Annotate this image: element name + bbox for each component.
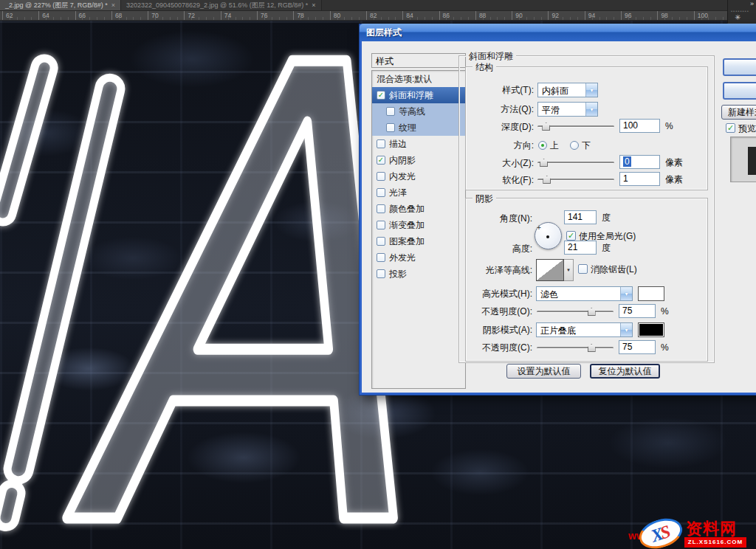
style-list-item[interactable]: 投影 (372, 266, 465, 282)
angle-label: 角度(N): (467, 211, 532, 226)
highlight-opacity-label: 不透明度(O): (467, 304, 532, 319)
direction-up-radio[interactable] (538, 141, 547, 150)
size-slider[interactable] (537, 157, 614, 168)
style-item-label: 渐变叠加 (389, 219, 425, 232)
highlight-opacity-slider[interactable] (537, 306, 614, 317)
unchecked-checkbox[interactable] (386, 123, 395, 132)
style-preview-thumbnail (730, 137, 756, 182)
shadow-opacity-input[interactable]: 75 (619, 340, 656, 354)
select-value: 平滑 (538, 103, 585, 116)
slider-thumb[interactable] (543, 176, 551, 184)
preview-checkbox[interactable]: ✓ (726, 123, 735, 133)
anti-alias-checkbox[interactable] (578, 264, 588, 274)
unchecked-checkbox[interactable] (377, 172, 385, 181)
shadow-color-swatch[interactable] (638, 322, 664, 337)
style-list-item[interactable]: 混合选项:默认 (372, 71, 465, 87)
style-list-item[interactable]: 内发光 (372, 168, 465, 184)
ruler-label: 96 (625, 12, 631, 19)
close-icon[interactable]: × (312, 1, 315, 9)
depth-input[interactable]: 100 (619, 119, 660, 133)
style-list-item[interactable]: ✓内阴影 (372, 152, 465, 168)
unchecked-checkbox[interactable] (386, 107, 395, 116)
ruler-label: 70 (151, 12, 158, 19)
style-item-label: 混合选项:默认 (377, 73, 432, 86)
altitude-label: 高度: (467, 241, 532, 256)
direction-down-label: 下 (582, 138, 591, 153)
altitude-input[interactable]: 21 (564, 241, 597, 255)
unchecked-checkbox[interactable] (377, 237, 385, 246)
use-global-light-checkbox[interactable]: ✓ (566, 231, 576, 241)
crosshair-cursor-icon: + (537, 224, 541, 232)
unchecked-checkbox[interactable] (377, 221, 385, 229)
chevron-down-icon[interactable]: ▼ (620, 287, 632, 300)
chevron-down-icon[interactable]: ▼ (620, 323, 632, 336)
highlight-opacity-input[interactable]: 75 (619, 304, 656, 318)
style-item-label: 颜色叠加 (389, 203, 425, 215)
style-item-label: 内发光 (389, 170, 416, 183)
bevel-style-select[interactable]: 内斜面 ▼ (537, 83, 598, 97)
style-item-label: 斜面和浮雕 (389, 89, 433, 102)
style-list-item[interactable]: 颜色叠加 (372, 201, 465, 217)
ruler-label: 74 (224, 12, 231, 19)
ruler-label: 92 (552, 12, 559, 19)
soften-input[interactable]: 1 (619, 172, 660, 186)
unchecked-checkbox[interactable] (377, 269, 385, 278)
highlight-color-swatch[interactable] (638, 286, 664, 301)
style-list-item[interactable]: 纹理 (372, 120, 465, 136)
document-tab[interactable]: 3202322_090450078629_2.jpg @ 51.6% (图层 1… (121, 0, 322, 10)
ok-button[interactable] (723, 58, 756, 76)
new-style-button[interactable]: 新建样式 (721, 105, 756, 120)
ruler-label: 62 (6, 12, 13, 19)
reference-point-icon[interactable]: ✳ (735, 13, 740, 21)
direction-down-radio[interactable] (570, 141, 579, 150)
style-list-item[interactable]: 渐变叠加 (372, 217, 465, 233)
angle-input[interactable]: 141 (564, 210, 597, 224)
shadow-opacity-label: 不透明度(C): (467, 340, 532, 355)
reset-default-button[interactable]: 复位为默认值 (590, 364, 660, 379)
xs-logo: XS (636, 514, 687, 549)
checked-checkbox[interactable]: ✓ (377, 91, 385, 100)
cancel-button[interactable] (723, 82, 756, 100)
make-default-button[interactable]: 设置为默认值 (506, 364, 581, 379)
angle-dial[interactable]: + (535, 222, 562, 249)
dialog-titlebar[interactable]: 图层样式 (360, 24, 756, 41)
shadow-opacity-slider[interactable] (537, 342, 614, 353)
chevron-down-icon[interactable]: ▼ (585, 103, 597, 116)
unchecked-checkbox[interactable] (377, 204, 385, 213)
slider-thumb[interactable] (588, 344, 596, 352)
unchecked-checkbox[interactable] (377, 188, 385, 197)
direction-label: 方向: (467, 138, 534, 153)
watermark: www. XS 资料网 ZL.XS1616.COM (630, 518, 752, 549)
technique-select[interactable]: 平滑 ▼ (537, 102, 598, 117)
style-list-item[interactable]: 光泽 (372, 184, 465, 201)
style-list-item[interactable]: 外发光 (372, 249, 465, 266)
depth-slider[interactable] (537, 121, 614, 132)
slider-thumb[interactable] (542, 122, 550, 131)
style-list-item[interactable]: ✓斜面和浮雕 (372, 87, 465, 103)
size-input[interactable]: 0 (619, 155, 660, 169)
style-list-item[interactable]: 等高线 (372, 103, 465, 120)
slider-thumb[interactable] (540, 159, 548, 167)
shadow-mode-select[interactable]: 正片叠底 ▼ (536, 322, 633, 337)
highlight-mode-select[interactable]: 滤色 ▼ (536, 286, 633, 301)
soften-slider[interactable] (537, 174, 614, 185)
unchecked-checkbox[interactable] (377, 139, 385, 148)
select-value: 正片叠底 (537, 323, 620, 336)
unchecked-checkbox[interactable] (377, 253, 385, 262)
style-list-item[interactable]: 图案叠加 (372, 233, 465, 249)
gloss-contour-swatch[interactable] (536, 259, 564, 281)
technique-label: 方法(Q): (467, 102, 534, 117)
style-list-item[interactable]: 描边 (372, 136, 465, 152)
contour-dropdown-arrow-icon[interactable]: ▼ (564, 259, 574, 281)
slider-thumb[interactable] (588, 308, 596, 316)
select-value: 滤色 (537, 287, 620, 300)
tab-label: 3202322_090450078629_2.jpg @ 51.6% (图层 1… (126, 1, 308, 10)
close-icon[interactable]: × (111, 1, 115, 9)
style-item-label: 光泽 (389, 187, 407, 199)
document-tab-active[interactable]: _2.jpg @ 227% (图层 7, RGB/8#) * × (0, 0, 121, 10)
ruler[interactable]: 6264666870727476788082848688909294969810… (0, 11, 756, 21)
checked-checkbox[interactable]: ✓ (377, 156, 385, 165)
expand-panels-icon[interactable]: » (750, 0, 754, 7)
anti-alias-label: 消除锯齿(L) (591, 262, 637, 277)
chevron-down-icon[interactable]: ▼ (585, 83, 597, 97)
